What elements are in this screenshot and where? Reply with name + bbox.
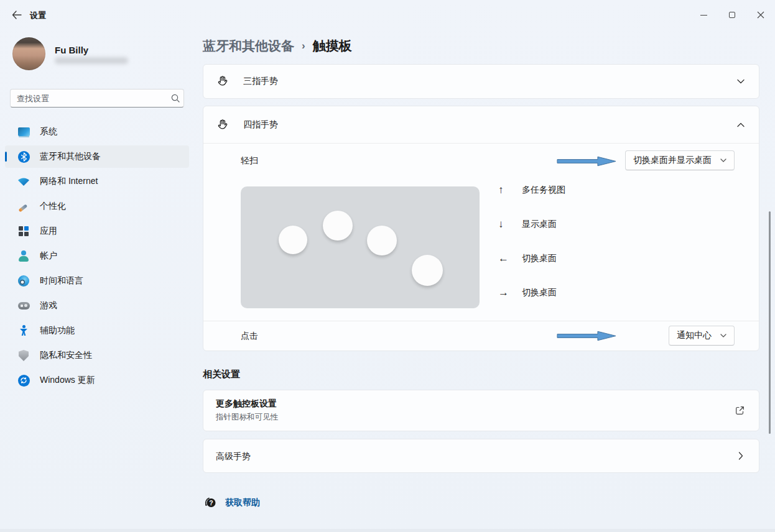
minimize-button[interactable] xyxy=(689,0,718,30)
system-icon xyxy=(17,126,30,138)
touchpad-illustration xyxy=(241,186,480,308)
breadcrumb: 蓝牙和其他设备 › 触摸板 xyxy=(203,37,352,55)
sidebar-item-label: 应用 xyxy=(40,226,57,237)
sidebar-item-label: 游戏 xyxy=(40,300,57,311)
sidebar-item-label: 隐私和安全性 xyxy=(40,350,92,361)
main-content: 蓝牙和其他设备 › 触摸板 三指手势 xyxy=(194,30,775,532)
page-title: 触摸板 xyxy=(313,37,352,55)
sidebar-item-personalization[interactable]: 个性化 xyxy=(5,195,189,218)
arrow-right-icon: → xyxy=(498,287,511,299)
tap-dropdown-value: 通知中心 xyxy=(677,330,712,341)
finger-dot xyxy=(323,211,353,241)
breadcrumb-parent[interactable]: 蓝牙和其他设备 xyxy=(203,37,294,55)
bluetooth-icon xyxy=(17,150,30,163)
sidebar-item-label: 系统 xyxy=(40,126,57,137)
sidebar-item-label: 个性化 xyxy=(40,201,66,212)
chevron-down-icon xyxy=(737,79,745,84)
close-icon xyxy=(757,11,764,19)
avatar[interactable] xyxy=(12,37,45,70)
sidebar-item-label: 蓝牙和其他设备 xyxy=(40,151,101,162)
tap-row: 点击 通知中心 xyxy=(203,321,759,351)
svg-text:?: ? xyxy=(209,499,213,507)
hand-gesture-icon xyxy=(216,75,230,88)
sidebar-item-label: 辅助功能 xyxy=(40,325,75,336)
maximize-button[interactable] xyxy=(718,0,746,30)
sidebar-item-label: 网络和 Internet xyxy=(40,176,98,187)
breadcrumb-separator-icon: › xyxy=(302,40,305,52)
sidebar-item-label: 时间和语言 xyxy=(40,275,83,287)
sidebar-item-accounts[interactable]: 帐户 xyxy=(5,245,189,267)
sidebar-item-system[interactable]: 系统 xyxy=(5,121,189,143)
close-button[interactable] xyxy=(746,0,775,30)
time-language-icon xyxy=(17,275,30,287)
four-finger-header[interactable]: 四指手势 xyxy=(203,106,759,144)
three-finger-gestures-card[interactable]: 三指手势 xyxy=(203,64,759,99)
window-controls xyxy=(689,0,775,30)
finger-dot xyxy=(367,226,397,255)
expand-button[interactable] xyxy=(731,72,750,91)
sidebar-item-label: Windows 更新 xyxy=(40,375,95,386)
user-name: Fu Billy xyxy=(55,45,88,55)
swipe-dropdown[interactable]: 切换桌面并显示桌面 xyxy=(625,150,735,170)
apps-icon xyxy=(17,225,30,237)
direction-row: ↑ 多任务视图 xyxy=(498,183,565,198)
privacy-icon xyxy=(17,349,30,362)
direction-label: 显示桌面 xyxy=(522,219,557,230)
sidebar-item-accessibility[interactable]: 辅助功能 xyxy=(5,319,189,342)
direction-label: 切换桌面 xyxy=(522,253,557,264)
four-finger-title: 四指手势 xyxy=(243,119,278,131)
annotation-arrow-icon xyxy=(557,156,617,167)
chevron-up-icon xyxy=(737,122,745,127)
sidebar: Fu Billy 系统 蓝牙和其他设备 网络 xyxy=(0,30,194,532)
sidebar-item-apps[interactable]: 应用 xyxy=(5,220,189,242)
more-touchpad-title: 更多触控板设置 xyxy=(216,398,277,410)
titlebar: 设置 xyxy=(0,0,775,30)
arrow-left-icon: ← xyxy=(498,252,511,265)
more-touchpad-subtitle: 指针图标和可见性 xyxy=(216,412,278,423)
back-button[interactable] xyxy=(7,6,26,24)
finger-dot xyxy=(412,255,443,286)
finger-dot xyxy=(279,226,307,254)
direction-row: ↓ 显示桌面 xyxy=(498,217,565,232)
network-icon xyxy=(17,175,30,188)
advanced-gestures-card[interactable]: 高级手势 xyxy=(203,439,759,473)
external-link-icon xyxy=(735,406,745,415)
scrollbar[interactable] xyxy=(769,211,771,434)
tap-label: 点击 xyxy=(241,331,258,342)
tap-dropdown[interactable]: 通知中心 xyxy=(669,326,735,346)
back-arrow-icon xyxy=(12,11,22,19)
app-title: 设置 xyxy=(30,10,46,21)
direction-row: ← 切换桌面 xyxy=(498,251,565,266)
gaming-icon xyxy=(17,300,30,312)
external-link-button[interactable] xyxy=(730,401,749,420)
sidebar-item-network[interactable]: 网络和 Internet xyxy=(5,170,189,193)
more-touchpad-settings-card[interactable]: 更多触控板设置 指针图标和可见性 xyxy=(203,390,759,431)
collapse-button[interactable] xyxy=(731,116,750,134)
sidebar-item-gaming[interactable]: 游戏 xyxy=(5,295,189,317)
search-input[interactable] xyxy=(11,94,167,103)
navigate-button[interactable] xyxy=(731,447,750,466)
chevron-right-icon xyxy=(738,452,743,460)
sidebar-item-time-language[interactable]: 时间和语言 xyxy=(5,270,189,292)
sidebar-item-privacy[interactable]: 隐私和安全性 xyxy=(5,344,189,367)
get-help-link[interactable]: ? 获取帮助 xyxy=(204,496,260,509)
search-box[interactable] xyxy=(10,89,184,108)
help-icon: ? xyxy=(204,496,217,509)
sidebar-item-bluetooth-devices[interactable]: 蓝牙和其他设备 xyxy=(5,145,189,168)
sidebar-item-windows-update[interactable]: Windows 更新 xyxy=(5,369,189,392)
accessibility-icon xyxy=(17,324,30,337)
search-icon xyxy=(167,94,183,103)
swipe-directions-list: ↑ 多任务视图 ↓ 显示桌面 ← 切换桌面 → 切换桌面 xyxy=(498,183,565,300)
related-settings-heading: 相关设置 xyxy=(203,369,240,380)
advanced-gestures-title: 高级手势 xyxy=(216,451,251,462)
four-finger-gestures-card: 四指手势 轻扫 切换桌面并显示桌面 xyxy=(203,106,759,351)
user-email-redacted xyxy=(55,57,128,64)
swipe-label: 轻扫 xyxy=(241,155,258,167)
window-bottom-edge xyxy=(0,529,775,532)
direction-label: 多任务视图 xyxy=(522,185,565,196)
direction-row: → 切换桌面 xyxy=(498,285,565,300)
maximize-icon xyxy=(729,12,735,18)
annotation-arrow-icon xyxy=(557,331,617,341)
sidebar-item-label: 帐户 xyxy=(40,250,57,262)
chevron-down-icon xyxy=(720,158,726,162)
